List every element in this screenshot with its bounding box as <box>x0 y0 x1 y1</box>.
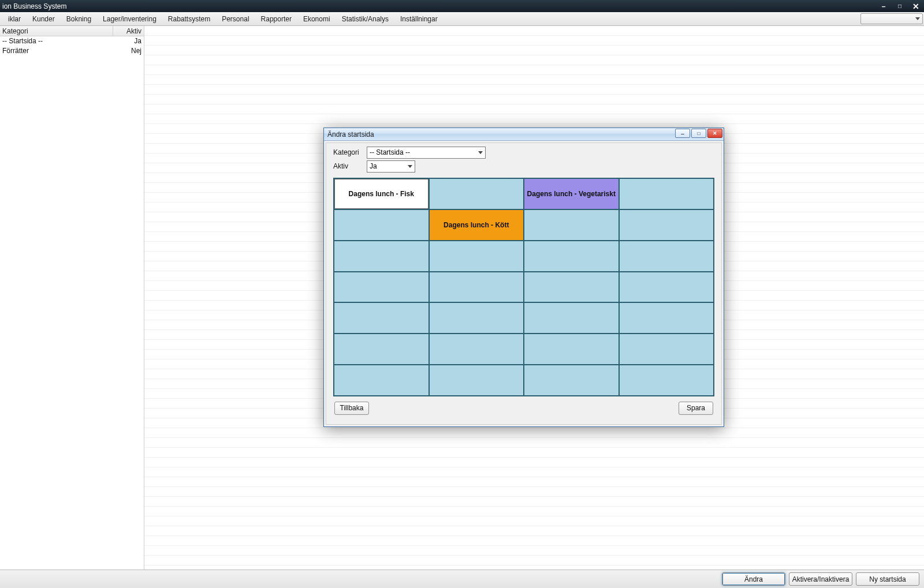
save-button[interactable]: Spara <box>679 402 713 415</box>
app-titlebar: ion Business System <box>0 0 924 12</box>
edit-button-label: Ändra <box>744 575 763 583</box>
list-row[interactable]: -- Startsida -- Ja <box>0 36 144 46</box>
grid-cell[interactable]: Dagens lunch - Fisk <box>334 179 429 209</box>
new-startpage-button[interactable]: Ny startsida <box>856 572 919 586</box>
dialog-controls <box>675 128 724 140</box>
menu-item[interactable]: Inställningar <box>394 12 444 25</box>
grid-cell[interactable] <box>620 272 714 302</box>
grid-cell[interactable] <box>430 303 524 333</box>
grid-cell[interactable] <box>334 272 429 302</box>
list-header-col2[interactable]: Aktiv <box>113 26 144 36</box>
active-select-value: Ja <box>370 162 377 170</box>
dialog-title: Ändra startsida <box>327 130 374 138</box>
menu-item[interactable]: Ekonomi <box>297 12 336 25</box>
bottom-toolbar: Ändra Aktivera/Inaktivera Ny startsida <box>0 570 924 588</box>
list-header-col1[interactable]: Kategori <box>0 26 113 36</box>
grid-cell[interactable] <box>620 334 714 364</box>
app-title: ion Business System <box>2 2 66 10</box>
grid-cell[interactable] <box>334 241 429 271</box>
grid-cell[interactable] <box>430 365 524 395</box>
list-header: Kategori Aktiv <box>0 26 144 36</box>
grid-cell[interactable] <box>524 241 619 271</box>
menu-item[interactable]: iklar <box>2 12 27 25</box>
maximize-icon[interactable] <box>892 0 908 12</box>
field-category-label: Kategori <box>333 148 362 156</box>
minimize-icon[interactable] <box>875 0 892 12</box>
menu-item[interactable]: Statistik/Analys <box>336 12 394 25</box>
grid-cell[interactable] <box>334 334 429 364</box>
main-pane: Ändra startsida Kategori -- Startsida -- <box>144 26 924 570</box>
field-active: Aktiv Ja <box>333 159 714 173</box>
toggle-active-button[interactable]: Aktivera/Inaktivera <box>789 572 852 586</box>
startpage-grid: Dagens lunch - FiskDagens lunch - Vegeta… <box>333 178 714 396</box>
grid-cell[interactable] <box>524 210 619 240</box>
list-cell-active: Nej <box>113 46 144 56</box>
close-icon[interactable] <box>908 0 924 12</box>
grid-cell[interactable] <box>524 334 619 364</box>
dialog-close-icon[interactable] <box>707 129 722 138</box>
list-cell-name: Förrätter <box>0 46 113 56</box>
grid-cell[interactable] <box>620 241 714 271</box>
menu-item[interactable]: Lager/inventering <box>97 12 162 25</box>
grid-cell[interactable] <box>334 303 429 333</box>
menubar: iklar Kunder Bokning Lager/inventering R… <box>0 12 924 26</box>
grid-cell[interactable] <box>524 272 619 302</box>
list-cell-active: Ja <box>113 36 144 46</box>
grid-cell[interactable] <box>430 241 524 271</box>
grid-cell[interactable] <box>620 179 714 209</box>
back-button[interactable]: Tillbaka <box>334 402 369 415</box>
toolbar-dropdown[interactable] <box>860 13 923 24</box>
grid-cell[interactable] <box>430 179 524 209</box>
menu-item[interactable]: Rabattsystem <box>162 12 216 25</box>
dialog-titlebar: Ändra startsida <box>324 128 724 141</box>
grid-cell[interactable] <box>620 365 714 395</box>
list-rows: -- Startsida -- Ja Förrätter Nej <box>0 36 144 570</box>
list-row[interactable]: Förrätter Nej <box>0 46 144 56</box>
grid-cell[interactable] <box>334 210 429 240</box>
window-controls <box>875 0 924 12</box>
field-active-label: Aktiv <box>333 162 362 170</box>
grid-cell[interactable]: Dagens lunch - Kött <box>430 210 524 240</box>
category-select[interactable]: -- Startsida -- <box>367 147 486 159</box>
category-list: Kategori Aktiv -- Startsida -- Ja Förrät… <box>0 26 144 570</box>
dialog-window: Ändra startsida Kategori -- Startsida -- <box>323 128 724 427</box>
list-cell-name: -- Startsida -- <box>0 36 113 46</box>
toggle-active-button-label: Aktivera/Inaktivera <box>792 575 850 583</box>
new-startpage-button-label: Ny startsida <box>869 575 906 583</box>
grid-cell[interactable] <box>620 210 714 240</box>
grid-cell[interactable] <box>524 303 619 333</box>
grid-cell[interactable] <box>430 272 524 302</box>
dialog-minimize-icon[interactable] <box>675 129 690 138</box>
grid-cell[interactable] <box>524 365 619 395</box>
menu-item[interactable]: Personal <box>216 12 255 25</box>
dialog-body: Kategori -- Startsida -- Aktiv Ja Dagens… <box>326 143 722 425</box>
grid-cell[interactable]: Dagens lunch - Vegetariskt <box>524 179 619 209</box>
menu-item[interactable]: Rapporter <box>255 12 297 25</box>
grid-cell[interactable] <box>334 365 429 395</box>
field-category: Kategori -- Startsida -- <box>333 145 714 159</box>
edit-button[interactable]: Ändra <box>722 572 785 586</box>
dialog-maximize-icon[interactable] <box>691 129 706 138</box>
menu-item[interactable]: Kunder <box>27 12 61 25</box>
category-select-value: -- Startsida -- <box>370 148 410 156</box>
active-select[interactable]: Ja <box>367 160 415 173</box>
menu-item[interactable]: Bokning <box>61 12 97 25</box>
save-button-label: Spara <box>687 404 705 412</box>
grid-cell[interactable] <box>620 303 714 333</box>
dialog-footer: Tillbaka Spara <box>333 396 714 420</box>
content-area: Kategori Aktiv -- Startsida -- Ja Förrät… <box>0 26 924 570</box>
grid-cell[interactable] <box>430 334 524 364</box>
back-button-label: Tillbaka <box>340 404 364 412</box>
